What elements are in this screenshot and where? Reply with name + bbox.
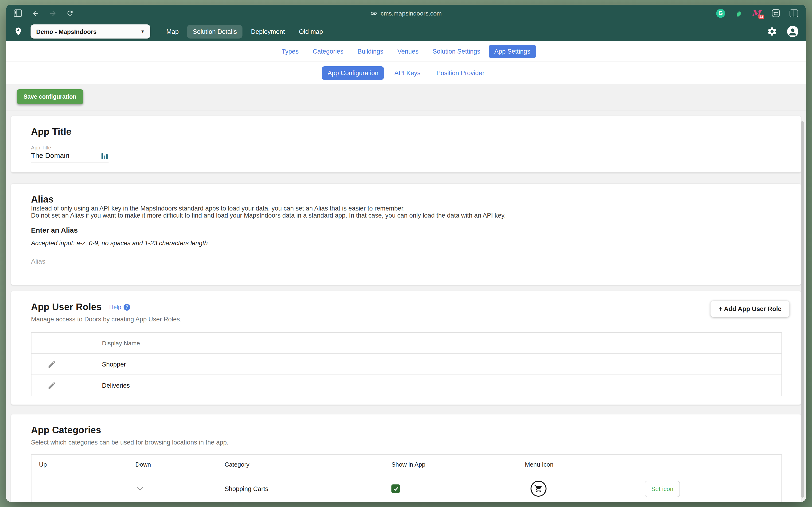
app-title-card: App Title App Title [11,116,801,172]
alias-input-wrap [31,256,116,268]
chevron-down-icon: ▼ [140,29,145,34]
url-text: cms.mapsindoors.com [381,10,442,17]
subtab-position-provider[interactable]: Position Provider [431,66,490,80]
tab-app-settings[interactable]: App Settings [489,45,536,58]
enter-alias-label: Enter an Alias [31,226,782,234]
solution-tabs: Types Categories Buildings Venues Soluti… [6,41,806,62]
alias-description-2: Do not set an Alias if you want to make … [31,212,782,219]
forward-icon[interactable] [49,9,57,17]
browser-extensions: G M 23 [716,8,798,18]
link-icon [370,10,378,17]
subtab-app-configuration[interactable]: App Configuration [322,66,384,80]
categories-table-header-row: Up Down Category Show in App Menu Icon [32,455,781,474]
browser-titlebar: cms.mapsindoors.com G M 23 [6,5,806,21]
reload-icon[interactable] [66,9,74,17]
display-name-column-header: Display Name [102,339,140,346]
alias-input[interactable] [31,258,116,265]
subtab-api-keys[interactable]: API Keys [389,66,426,80]
tab-buildings[interactable]: Buildings [352,45,389,58]
navbar-right [767,26,798,37]
app-user-roles-subtitle: Manage access to Doors by creating App U… [31,316,782,323]
m-extension-icon[interactable]: M 23 [752,8,762,18]
app-user-roles-header: App User Roles Help ? [31,302,782,313]
show-in-app-checkbox[interactable] [392,485,400,493]
page-content: App Title App Title Alias Instead of onl… [6,110,806,502]
role-name: Shopper [102,360,126,368]
save-toolbar: Save configuration [6,83,806,110]
help-link[interactable]: Help ? [109,304,130,311]
tab-solution-settings[interactable]: Solution Settings [427,45,486,58]
alias-description-1: Instead of only using an API key in the … [31,205,782,212]
tab-venues[interactable]: Venues [392,45,424,58]
category-column-header: Category [217,461,384,468]
question-mark-icon: ? [124,304,130,311]
scrollbar[interactable] [801,121,804,498]
nav-item-map[interactable]: Map [161,25,184,38]
app-categories-subtitle: Select which categories can be used for … [31,439,782,446]
main-nav: Map Solution Details Deployment Old map [161,25,329,38]
tab-categories[interactable]: Categories [307,45,349,58]
solution-selector-dropdown[interactable]: Demo - MapsIndoors ▼ [31,24,151,39]
address-bar[interactable]: cms.mapsindoors.com [370,5,442,21]
app-settings-subtabs: App Configuration API Keys Position Prov… [6,62,806,83]
desktop-background: cms.mapsindoors.com G M 23 [0,0,812,507]
role-name: Deliveries [102,382,130,389]
grammarly-extension-icon[interactable]: G [716,9,725,18]
nav-item-deployment[interactable]: Deployment [245,25,290,38]
app-categories-heading: App Categories [31,425,782,436]
app-user-roles-heading: App User Roles [31,302,102,313]
alias-card: Alias Instead of only using an API key i… [11,184,801,285]
save-configuration-button[interactable]: Save configuration [17,89,83,104]
table-row: Deliveries [32,375,781,396]
app-user-roles-table: Display Name Shopper [31,332,782,396]
solution-selector-value: Demo - MapsIndoors [36,28,97,35]
alias-heading: Alias [31,194,782,205]
location-pin-icon [14,26,23,37]
app-title-input-wrap [31,150,109,163]
up-column-header: Up [32,461,128,468]
browser-window: cms.mapsindoors.com G M 23 [6,5,806,502]
category-name: Shopping Carts [217,485,384,492]
deer-extension-icon[interactable] [734,9,743,18]
sliders-extension-icon[interactable] [771,8,780,18]
show-in-app-column-header: Show in App [384,461,517,468]
shopping-cart-icon [530,481,546,497]
menu-icon-column-header: Menu Icon [517,461,637,468]
alias-accepted-note: Accepted input: a-z, 0-9, no spaces and … [31,240,782,247]
add-app-user-role-button[interactable]: + Add App User Role [711,301,790,317]
app-categories-table: Up Down Category Show in App Menu Icon [31,454,782,502]
extension-badge: 23 [758,14,764,19]
app-title-field-label: App Title [31,145,782,150]
set-icon-button[interactable]: Set icon [645,481,680,497]
account-icon[interactable] [787,26,798,37]
app-title-heading: App Title [31,126,782,137]
app-title-input[interactable] [31,151,109,159]
app-user-roles-card: App User Roles Help ? Manage access to D… [11,291,801,405]
nav-item-old-map[interactable]: Old map [293,25,329,38]
table-row: Shopper [32,354,781,375]
app-navbar: Demo - MapsIndoors ▼ Map Solution Detail… [6,21,806,41]
help-label: Help [109,304,121,311]
chevron-down-icon[interactable] [135,484,217,493]
gear-icon[interactable] [767,26,777,37]
back-icon[interactable] [32,9,40,17]
sidebar-toggle-icon[interactable] [14,9,22,17]
nav-item-solution-details[interactable]: Solution Details [187,25,243,38]
roles-table-header-row: Display Name [32,333,781,354]
app-categories-card: App Categories Select which categories c… [11,414,801,502]
browser-nav-controls [14,9,74,17]
pencil-icon[interactable] [48,381,56,390]
grammarly-inline-icon[interactable] [102,153,108,159]
table-row: Shopping Carts Set icon [32,474,781,502]
pencil-icon[interactable] [48,360,56,369]
split-view-icon[interactable] [790,9,798,17]
down-column-header: Down [128,461,217,468]
tab-types[interactable]: Types [276,45,304,58]
